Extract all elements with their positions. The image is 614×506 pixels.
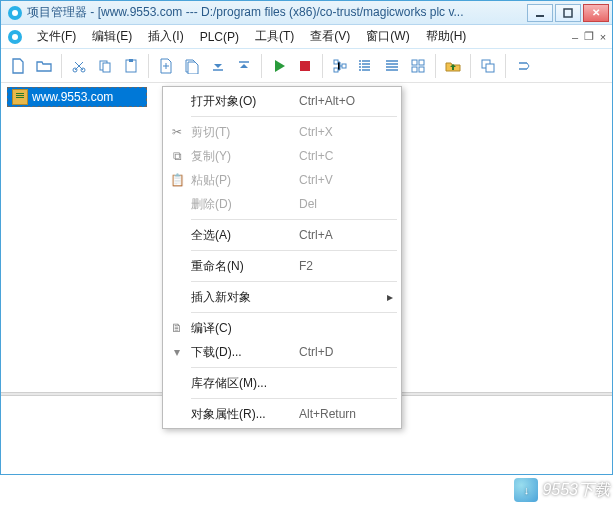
ctx-rename[interactable]: 重命名(N) F2 <box>163 254 401 278</box>
svg-rect-13 <box>334 60 338 64</box>
svg-point-16 <box>359 60 361 62</box>
minimize-button[interactable] <box>527 4 553 22</box>
svg-rect-20 <box>412 60 417 65</box>
copy-icon: ⧉ <box>163 149 191 163</box>
menu-view[interactable]: 查看(V) <box>302 25 358 48</box>
run-icon[interactable] <box>266 53 292 79</box>
svg-point-1 <box>12 10 18 16</box>
close-button[interactable]: ✕ <box>583 4 609 22</box>
list2-icon[interactable] <box>379 53 405 79</box>
document-icon: 🗎 <box>163 321 191 335</box>
toolbar-sep <box>470 54 471 78</box>
project-item-label: www.9553.com <box>32 90 113 104</box>
open-folder-icon[interactable] <box>31 53 57 79</box>
ctx-sep <box>191 312 397 313</box>
ctx-compile[interactable]: 🗎 编译(C) <box>163 316 401 340</box>
menu-window[interactable]: 窗口(W) <box>358 25 417 48</box>
ctx-insert-new[interactable]: 插入新对象 ▸ <box>163 285 401 309</box>
compile-all-icon[interactable] <box>179 53 205 79</box>
doc-icon <box>7 29 23 45</box>
svg-rect-2 <box>536 15 544 17</box>
svg-point-17 <box>359 63 361 65</box>
stop-icon[interactable] <box>292 53 318 79</box>
toolbar-sep <box>435 54 436 78</box>
mdi-close-icon[interactable]: × <box>596 31 610 43</box>
svg-rect-23 <box>419 67 424 72</box>
tree-view-icon[interactable] <box>327 53 353 79</box>
ctx-sep <box>191 116 397 117</box>
svg-rect-12 <box>300 61 310 71</box>
watermark: ↓ 9553下载 <box>514 478 610 502</box>
mdi-minimize-icon[interactable]: – <box>568 31 582 43</box>
compile-icon[interactable] <box>153 53 179 79</box>
clipboard-icon: 📋 <box>163 173 191 187</box>
svg-rect-11 <box>129 59 133 62</box>
chevron-right-icon: ▸ <box>387 290 401 304</box>
cascade-icon[interactable] <box>475 53 501 79</box>
svg-rect-3 <box>564 9 572 17</box>
ctx-sep <box>191 219 397 220</box>
list3-icon[interactable] <box>405 53 431 79</box>
download-icon: ▾ <box>163 345 191 359</box>
cut-icon[interactable] <box>66 53 92 79</box>
download-icon[interactable] <box>231 53 257 79</box>
svg-rect-15 <box>342 64 346 68</box>
ctx-cut: ✂ 剪切(T) Ctrl+X <box>163 120 401 144</box>
menu-help[interactable]: 帮助(H) <box>418 25 475 48</box>
toolbar-sep <box>261 54 262 78</box>
ctx-sep <box>191 398 397 399</box>
ctx-properties[interactable]: 对象属性(R)... Alt+Return <box>163 402 401 426</box>
menubar: 文件(F) 编辑(E) 插入(I) PLC(P) 工具(T) 查看(V) 窗口(… <box>1 25 612 49</box>
menu-tools[interactable]: 工具(T) <box>247 25 302 48</box>
paste-icon[interactable] <box>118 53 144 79</box>
toolbar-sep <box>322 54 323 78</box>
scissors-icon: ✂ <box>163 125 191 139</box>
svg-rect-14 <box>334 68 338 72</box>
svg-rect-22 <box>412 67 417 72</box>
ctx-sep <box>191 367 397 368</box>
ctx-open[interactable]: 打开对象(O) Ctrl+Alt+O <box>163 89 401 113</box>
svg-point-19 <box>359 69 361 71</box>
watermark-logo-icon: ↓ <box>514 478 538 502</box>
menu-insert[interactable]: 插入(I) <box>140 25 191 48</box>
toolbar-sep <box>148 54 149 78</box>
watermark-text: 9553下载 <box>542 480 610 501</box>
toolbar <box>1 49 612 83</box>
window-title: 项目管理器 - [www.9553.com --- D:/program fil… <box>27 4 525 21</box>
ctx-sep <box>191 281 397 282</box>
ctx-select-all[interactable]: 全选(A) Ctrl+A <box>163 223 401 247</box>
maximize-button[interactable] <box>555 4 581 22</box>
mdi-restore-icon[interactable]: ❐ <box>582 30 596 43</box>
svg-rect-21 <box>419 60 424 65</box>
copy-icon[interactable] <box>92 53 118 79</box>
ctx-paste: 📋 粘贴(P) Ctrl+V <box>163 168 401 192</box>
upload-icon[interactable] <box>205 53 231 79</box>
mdi-buttons: – ❐ × <box>568 30 610 43</box>
ctx-delete: 删除(D) Del <box>163 192 401 216</box>
ctx-library-memory[interactable]: 库存储区(M)... <box>163 371 401 395</box>
menu-edit[interactable]: 编辑(E) <box>84 25 140 48</box>
menu-plc[interactable]: PLC(P) <box>192 27 247 47</box>
menu-file[interactable]: 文件(F) <box>29 25 84 48</box>
overflow-icon[interactable] <box>510 53 536 79</box>
folder-up-icon[interactable] <box>440 53 466 79</box>
new-file-icon[interactable] <box>5 53 31 79</box>
project-item[interactable]: www.9553.com <box>7 87 147 107</box>
app-icon <box>7 5 23 21</box>
ctx-download[interactable]: ▾ 下载(D)... Ctrl+D <box>163 340 401 364</box>
project-icon <box>12 89 28 105</box>
context-menu: 打开对象(O) Ctrl+Alt+O ✂ 剪切(T) Ctrl+X ⧉ 复制(Y… <box>162 86 402 429</box>
toolbar-sep <box>505 54 506 78</box>
svg-rect-25 <box>486 64 494 72</box>
svg-point-5 <box>12 34 18 40</box>
ctx-copy: ⧉ 复制(Y) Ctrl+C <box>163 144 401 168</box>
titlebar: 项目管理器 - [www.9553.com --- D:/program fil… <box>1 1 612 25</box>
toolbar-sep <box>61 54 62 78</box>
ctx-sep <box>191 250 397 251</box>
list1-icon[interactable] <box>353 53 379 79</box>
svg-point-18 <box>359 66 361 68</box>
svg-rect-9 <box>103 63 110 72</box>
